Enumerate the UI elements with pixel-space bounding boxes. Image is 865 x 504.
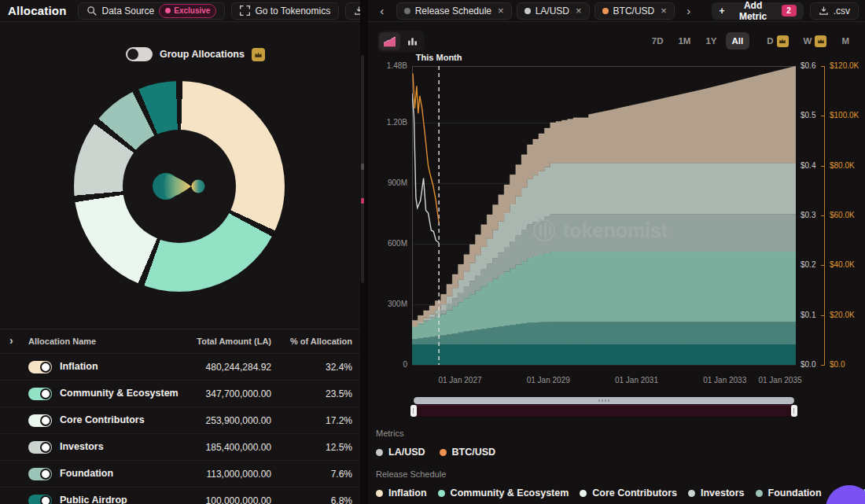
expand-rows-icon[interactable]: › (9, 335, 13, 346)
table-row-core-contributors[interactable]: Core Contributors 253,900,000.00 17.2% (0, 407, 360, 434)
btc-axis-tick-mark (821, 315, 825, 316)
table-header-row: › Allocation Name Total Amount (LA) % of… (0, 329, 360, 354)
panel-divider[interactable] (360, 0, 368, 504)
metric-tab-la-usd[interactable]: LA/USD × (517, 2, 590, 20)
tabs-scroll-left-button[interactable]: ‹ (374, 2, 390, 20)
page-title: Allocation (8, 4, 67, 17)
data-source-label: Data Source (102, 6, 155, 17)
table-row-public-airdrop[interactable]: Public Airdrop 100,000,000.00 6.8% (0, 487, 360, 504)
group-allocations-label: Group Allocations (160, 49, 245, 60)
range-button-7d[interactable]: 7D (646, 32, 670, 50)
range-button-1y[interactable]: 1Y (699, 32, 723, 50)
btc-axis-tick-mark (821, 66, 825, 67)
bar-chart-type-button[interactable] (402, 32, 423, 50)
tabs-scroll-right-button[interactable]: › (681, 2, 697, 20)
y-axis-tick: 900M (368, 178, 407, 188)
allocation-amount: 113,000,000.00 (206, 469, 271, 480)
close-icon[interactable]: × (661, 5, 667, 17)
allocation-percent: 12.5% (326, 442, 352, 453)
area-chart-icon (383, 35, 396, 47)
allocation-name: Investors (60, 441, 104, 452)
allocation-name: Core Contributors (60, 414, 145, 425)
slider-handle-left[interactable] (410, 405, 417, 417)
range-button-all[interactable]: All (726, 32, 750, 50)
table-row-community-ecosystem[interactable]: Community & Ecosystem 347,700,000.00 23.… (0, 381, 360, 407)
allocation-visibility-toggle[interactable] (28, 468, 52, 480)
btc-axis-tick-mark (821, 166, 825, 167)
btc-axis-tick: $80.0K (830, 161, 855, 171)
close-icon[interactable]: × (576, 5, 582, 17)
interval-button-m[interactable]: M (835, 32, 856, 50)
allocation-visibility-toggle[interactable] (28, 441, 52, 454)
allocation-name: Foundation (60, 468, 113, 479)
interval-button-d[interactable]: D (760, 32, 794, 50)
allocation-amount: 185,400,000.00 (206, 442, 271, 453)
chart-type-group (377, 31, 425, 52)
legend-item-investors[interactable]: Investors (688, 487, 745, 498)
table-row-inflation[interactable]: Inflation 480,244,284.92 32.4% (0, 354, 360, 381)
slider-handle-right[interactable] (791, 405, 797, 417)
price-axis-tick: $0.2 (801, 260, 815, 270)
go-to-tokenomics-button[interactable]: Go to Tokenomics (231, 2, 339, 20)
allocation-donut-chart[interactable] (74, 81, 285, 292)
y-axis-tick: 0 (368, 360, 407, 370)
table-row-foundation[interactable]: Foundation 113,000,000.00 7.6% (0, 461, 360, 487)
legend-dot-icon (756, 490, 763, 497)
legend-item-la-usd[interactable]: LA/USD (376, 447, 425, 458)
legend-item-inflation[interactable]: Inflation (376, 487, 427, 498)
metric-dot-icon (404, 8, 410, 14)
allocation-visibility-toggle[interactable] (28, 495, 52, 504)
bar-chart-icon (407, 35, 418, 47)
header-total-amount: Total Amount (LA) (197, 337, 271, 346)
search-icon (86, 6, 98, 17)
add-metric-button[interactable]: + Add Metric 2 (712, 2, 803, 20)
btc-axis-tick: $100.0K (830, 111, 859, 120)
this-month-annotation: This Month (399, 53, 478, 62)
price-axis-tick: $0.4 (801, 161, 815, 171)
allocation-visibility-toggle[interactable] (28, 414, 52, 427)
allocation-amount: 480,244,284.92 (206, 362, 271, 373)
data-source-button[interactable]: Data Source Exclusive (78, 2, 226, 20)
group-allocations-toggle[interactable] (126, 47, 153, 61)
legend-item-core-contributors[interactable]: Core Contributors (580, 487, 677, 498)
btc-axis-tick: $120.0K (830, 61, 859, 71)
allocation-table: › Allocation Name Total Amount (LA) % of… (0, 329, 360, 504)
add-metric-count-badge: 2 (782, 5, 797, 17)
y-axis-tick: 300M (368, 300, 407, 309)
header-percent: % of Allocation (290, 337, 352, 346)
legend-item-community-ecosystem[interactable]: Community & Ecosystem (438, 487, 569, 498)
allocation-amount: 347,700,000.00 (206, 388, 271, 399)
chart-panel: ‹ Release Schedule × LA/USD × BTC/USD × … (368, 0, 865, 504)
legend-item-btc-usd[interactable]: BTC/USD (440, 447, 496, 458)
allocation-visibility-toggle[interactable] (28, 361, 52, 373)
legend-dot-icon (688, 490, 695, 497)
area-chart-type-button[interactable] (379, 32, 400, 50)
scrollbar-mark-accent (361, 198, 364, 204)
metric-tab-btc-usd[interactable]: BTC/USD × (594, 2, 675, 20)
right-csv-button[interactable]: .csv (810, 2, 859, 20)
slider-minimap[interactable] (414, 405, 794, 417)
release-schedule-chart[interactable]: tokenomist This Month 1.48B1.20B900M600M… (368, 55, 865, 393)
exclusive-badge: Exclusive (159, 4, 216, 18)
header-allocation-name: Allocation Name (28, 337, 96, 346)
legend-item-foundation[interactable]: Foundation (756, 487, 822, 498)
y-axis-tick: 1.20B (368, 118, 407, 127)
range-button-1m[interactable]: 1M (672, 32, 697, 50)
metric-dot-icon (525, 8, 531, 14)
time-range-slider[interactable] (414, 397, 794, 417)
download-icon (819, 6, 829, 16)
allocation-visibility-toggle[interactable] (28, 388, 52, 400)
slider-brush[interactable] (414, 397, 794, 404)
price-axis-tick: $0.3 (801, 211, 815, 220)
allocation-name: Community & Ecosystem (60, 388, 179, 399)
table-row-investors[interactable]: Investors 185,400,000.00 12.5% (0, 434, 360, 461)
price-axis-tick: $0.6 (801, 61, 815, 71)
token-logo-icon (146, 167, 212, 205)
metric-tab-release-schedule[interactable]: Release Schedule × (396, 2, 512, 20)
allocation-name: Public Airdrop (60, 495, 127, 504)
allocation-percent: 23.5% (326, 388, 352, 399)
close-icon[interactable]: × (498, 5, 504, 17)
legend-dot-icon (376, 449, 383, 456)
interval-button-w[interactable]: W (797, 32, 834, 50)
scrollbar-mark (361, 164, 364, 170)
